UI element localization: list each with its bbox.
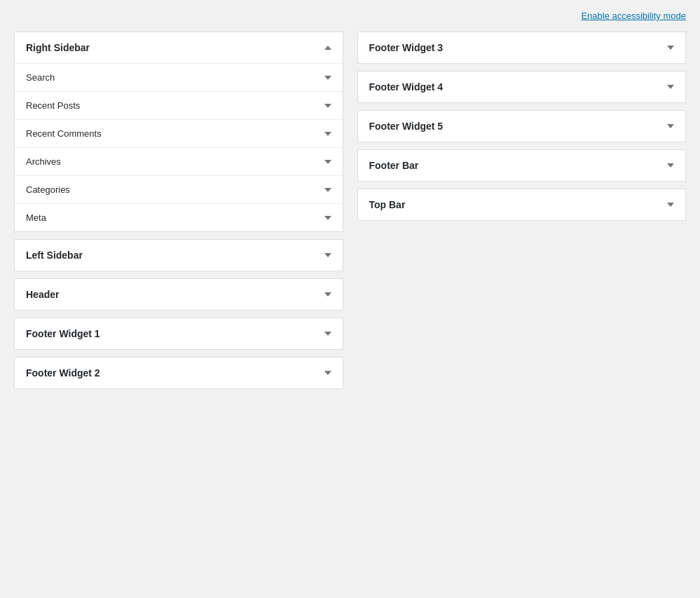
widget-item-categories[interactable]: Categories — [15, 176, 343, 204]
footer-widget-2-header[interactable]: Footer Widget 2 — [15, 358, 343, 388]
right-sidebar-container: Right Sidebar Search Recent Posts Recent… — [14, 32, 343, 232]
widget-item-recent-comments[interactable]: Recent Comments — [15, 120, 343, 148]
footer-widget-2-title: Footer Widget 2 — [26, 367, 100, 379]
top-bar-section-header[interactable]: Top Bar — [358, 189, 686, 220]
top-bar-title: Top Bar — [369, 199, 406, 210]
top-bar-chevron-down-icon — [667, 203, 674, 207]
widget-item-recent-posts[interactable]: Recent Posts — [15, 92, 343, 120]
footer-widget-1-chevron-down-icon — [324, 332, 331, 336]
recent-comments-chevron-down-icon — [324, 132, 331, 136]
top-bar-section: Top Bar — [357, 189, 687, 221]
footer-widget-4-title: Footer Widget 4 — [369, 81, 444, 93]
right-sidebar-title: Right Sidebar — [26, 42, 90, 53]
widget-label-archives: Archives — [26, 156, 61, 167]
header-section-header[interactable]: Header — [15, 279, 343, 310]
footer-widget-2-chevron-down-icon — [324, 371, 331, 375]
right-column: Footer Widget 3 Footer Widget 4 Footer W… — [357, 32, 687, 228]
footer-bar-title: Footer Bar — [369, 160, 419, 171]
categories-chevron-down-icon — [324, 188, 331, 192]
search-chevron-down-icon — [324, 76, 331, 80]
recent-posts-chevron-down-icon — [324, 104, 331, 108]
right-sidebar-chevron-up-icon — [324, 46, 331, 50]
footer-widget-3-title: Footer Widget 3 — [369, 42, 444, 53]
footer-widget-4-header[interactable]: Footer Widget 4 — [358, 72, 686, 102]
archives-chevron-down-icon — [324, 160, 331, 164]
widget-item-search[interactable]: Search — [15, 64, 343, 92]
footer-widget-1-section: Footer Widget 1 — [14, 318, 343, 350]
footer-widget-4-chevron-down-icon — [667, 85, 674, 89]
footer-widget-3-header[interactable]: Footer Widget 3 — [358, 32, 686, 63]
widget-label-recent-posts: Recent Posts — [26, 100, 80, 111]
right-sidebar-widget-list: Search Recent Posts Recent Comments Arch… — [15, 63, 343, 231]
footer-widget-3-section: Footer Widget 3 — [357, 32, 687, 64]
right-sidebar-header[interactable]: Right Sidebar — [15, 32, 343, 63]
accessibility-link[interactable]: Enable accessibility mode — [581, 11, 686, 21]
main-content: Right Sidebar Search Recent Posts Recent… — [14, 32, 686, 396]
footer-widget-5-title: Footer Widget 5 — [369, 121, 444, 132]
left-sidebar-section: Left Sidebar — [14, 239, 343, 271]
widget-label-meta: Meta — [26, 212, 46, 223]
left-sidebar-title: Left Sidebar — [26, 250, 83, 261]
left-sidebar-chevron-down-icon — [324, 253, 331, 257]
footer-widget-5-section: Footer Widget 5 — [357, 110, 687, 142]
left-column: Right Sidebar Search Recent Posts Recent… — [14, 32, 343, 396]
widget-item-archives[interactable]: Archives — [15, 148, 343, 176]
footer-widget-5-header[interactable]: Footer Widget 5 — [358, 111, 686, 142]
footer-widget-3-chevron-down-icon — [667, 46, 674, 50]
top-bar: Enable accessibility mode — [14, 7, 686, 32]
footer-widget-5-chevron-down-icon — [667, 124, 674, 128]
footer-widget-1-title: Footer Widget 1 — [26, 328, 100, 339]
footer-widget-2-section: Footer Widget 2 — [14, 357, 343, 389]
widget-label-categories: Categories — [26, 184, 70, 195]
footer-bar-section: Footer Bar — [357, 149, 687, 182]
header-chevron-down-icon — [324, 292, 331, 297]
left-sidebar-header[interactable]: Left Sidebar — [15, 240, 343, 271]
widget-item-meta[interactable]: Meta — [15, 204, 343, 231]
widget-label-search: Search — [26, 72, 55, 83]
footer-widget-1-header[interactable]: Footer Widget 1 — [15, 318, 343, 349]
footer-widget-4-section: Footer Widget 4 — [357, 71, 687, 103]
header-section: Header — [14, 278, 343, 311]
footer-bar-header[interactable]: Footer Bar — [358, 150, 686, 181]
meta-chevron-down-icon — [324, 216, 331, 220]
widget-label-recent-comments: Recent Comments — [26, 128, 102, 139]
footer-bar-chevron-down-icon — [667, 163, 674, 168]
header-title: Header — [26, 289, 59, 300]
